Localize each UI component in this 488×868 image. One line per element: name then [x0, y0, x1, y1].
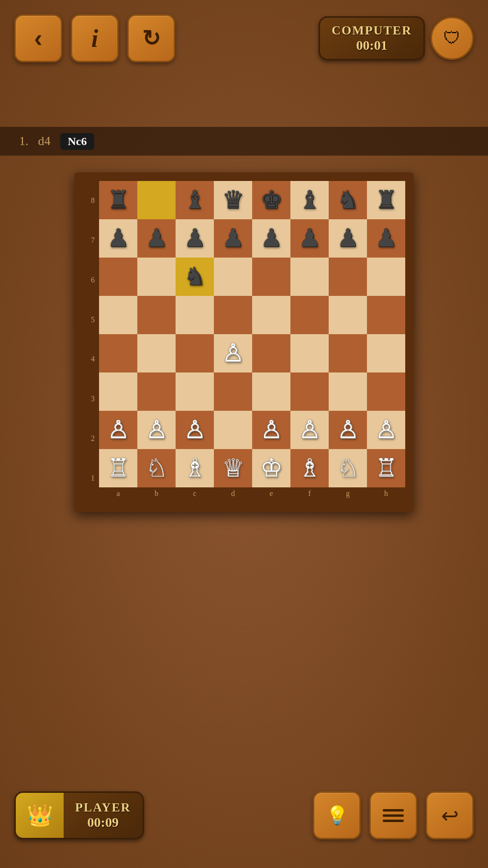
white-rook-h1: ♖ — [375, 456, 398, 481]
cell-d6[interactable] — [214, 258, 252, 296]
cell-g5[interactable] — [329, 296, 367, 334]
menu-button[interactable] — [369, 791, 417, 839]
board-inner: 8 7 6 5 4 3 2 1 ♜ ♝ ♛ ♚ ♝ ♞ ♜ — [89, 181, 405, 498]
cell-e3[interactable] — [252, 372, 290, 411]
cell-a6[interactable] — [99, 258, 137, 296]
cell-h5[interactable] — [367, 296, 405, 334]
cell-c5[interactable] — [176, 296, 214, 334]
cell-h3[interactable] — [367, 372, 405, 411]
hint-button[interactable]: 💡 — [313, 791, 361, 839]
cell-b7[interactable]: ♟ — [137, 219, 176, 258]
cell-h1[interactable]: ♖ — [367, 449, 405, 487]
cell-f6[interactable] — [290, 258, 329, 296]
cell-d3[interactable] — [214, 372, 252, 411]
cell-b5[interactable] — [137, 296, 176, 334]
cell-e6[interactable] — [252, 258, 290, 296]
black-pawn-e7: ♟ — [260, 226, 283, 251]
cell-a8[interactable]: ♜ — [99, 181, 137, 219]
cell-c4[interactable] — [176, 334, 214, 372]
cell-b2[interactable]: ♙ — [137, 411, 176, 449]
cell-g6[interactable] — [329, 258, 367, 296]
cell-c2[interactable]: ♙ — [176, 411, 214, 449]
white-pawn-b2: ♙ — [145, 417, 168, 442]
move-history-bar: 1. d4 Nc6 — [0, 127, 488, 156]
back-icon: ‹ — [34, 24, 42, 53]
cell-a2[interactable]: ♙ — [99, 411, 137, 449]
cell-f4[interactable] — [290, 334, 329, 372]
cell-b1[interactable]: ♘ — [137, 449, 176, 487]
cell-c1[interactable]: ♗ — [176, 449, 214, 487]
board-grid[interactable]: ♜ ♝ ♛ ♚ ♝ ♞ ♜ ♟ ♟ ♟ ♟ ♟ ♟ ♟ ♟ — [99, 181, 405, 487]
white-bishop-f1: ♗ — [299, 456, 321, 481]
cell-c3[interactable] — [176, 372, 214, 411]
cell-d2[interactable] — [214, 411, 252, 449]
cell-g8[interactable]: ♞ — [329, 181, 367, 219]
cell-f1[interactable]: ♗ — [290, 449, 329, 487]
toolbar-left: ‹ i ↻ — [14, 14, 175, 62]
cell-e1[interactable]: ♔ — [252, 449, 290, 487]
black-knight-g8: ♞ — [337, 188, 359, 213]
cell-c6[interactable]: ♞ — [176, 258, 214, 296]
back-button[interactable]: ‹ — [14, 14, 62, 62]
cell-h7[interactable]: ♟ — [367, 219, 405, 258]
cell-a5[interactable] — [99, 296, 137, 334]
toolbar-right: COMPUTER 00:01 🛡 — [319, 16, 474, 60]
cell-f5[interactable] — [290, 296, 329, 334]
black-knight-c6: ♞ — [184, 264, 206, 289]
top-toolbar: ‹ i ↻ COMPUTER 00:01 🛡 — [14, 14, 474, 62]
cell-e5[interactable] — [252, 296, 290, 334]
cell-g3[interactable] — [329, 372, 367, 411]
cell-f2[interactable]: ♙ — [290, 411, 329, 449]
cell-h6[interactable] — [367, 258, 405, 296]
refresh-button[interactable]: ↻ — [127, 14, 175, 62]
bottom-buttons: 💡 ↩ — [313, 791, 474, 839]
cell-f7[interactable]: ♟ — [290, 219, 329, 258]
cell-d1[interactable]: ♕ — [214, 449, 252, 487]
cell-a1[interactable]: ♖ — [99, 449, 137, 487]
rank-7: 7 — [89, 221, 97, 259]
cell-b3[interactable] — [137, 372, 176, 411]
cell-a7[interactable]: ♟ — [99, 219, 137, 258]
cell-d7[interactable]: ♟ — [214, 219, 252, 258]
cell-h4[interactable] — [367, 334, 405, 372]
cell-d5[interactable] — [214, 296, 252, 334]
cell-e2[interactable]: ♙ — [252, 411, 290, 449]
cell-c7[interactable]: ♟ — [176, 219, 214, 258]
cell-b8[interactable] — [137, 181, 176, 219]
info-button[interactable]: i — [71, 14, 119, 62]
cell-g7[interactable]: ♟ — [329, 219, 367, 258]
cell-g2[interactable]: ♙ — [329, 411, 367, 449]
white-king-e1: ♔ — [260, 456, 283, 481]
cell-e7[interactable]: ♟ — [252, 219, 290, 258]
cell-g1[interactable]: ♘ — [329, 449, 367, 487]
cell-h2[interactable]: ♙ — [367, 411, 405, 449]
cell-h8[interactable]: ♜ — [367, 181, 405, 219]
computer-panel: COMPUTER 00:01 — [319, 16, 425, 60]
cell-a3[interactable] — [99, 372, 137, 411]
cell-a4[interactable] — [99, 334, 137, 372]
cell-e4[interactable] — [252, 334, 290, 372]
cell-d4[interactable]: ♙ — [214, 334, 252, 372]
cell-e8[interactable]: ♚ — [252, 181, 290, 219]
rank-labels: 8 7 6 5 4 3 2 1 — [89, 181, 97, 498]
black-pawn-c7: ♟ — [184, 226, 206, 251]
cell-f3[interactable] — [290, 372, 329, 411]
white-pawn-c2: ♙ — [184, 417, 206, 442]
cell-b6[interactable] — [137, 258, 176, 296]
white-pawn-d4: ♙ — [222, 341, 244, 366]
undo-button[interactable]: ↩ — [426, 791, 474, 839]
cell-d8[interactable]: ♛ — [214, 181, 252, 219]
cell-b4[interactable] — [137, 334, 176, 372]
cell-c8[interactable]: ♝ — [176, 181, 214, 219]
black-pawn-b7: ♟ — [145, 226, 168, 251]
rank-1: 1 — [89, 459, 97, 497]
cell-g4[interactable] — [329, 334, 367, 372]
rank-8: 8 — [89, 181, 97, 220]
black-pawn-f7: ♟ — [299, 226, 321, 251]
white-knight-b1: ♘ — [145, 456, 168, 481]
player-avatar-icon: 👑 — [27, 803, 53, 828]
cell-f8[interactable]: ♝ — [290, 181, 329, 219]
computer-time: 00:01 — [356, 38, 388, 53]
file-g: g — [329, 489, 367, 498]
info-icon: i — [91, 24, 98, 53]
